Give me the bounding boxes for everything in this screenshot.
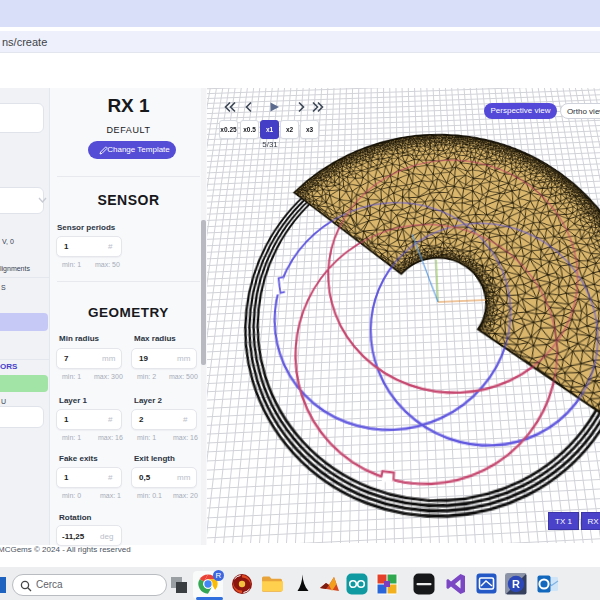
svg-text:R: R [512,578,520,590]
